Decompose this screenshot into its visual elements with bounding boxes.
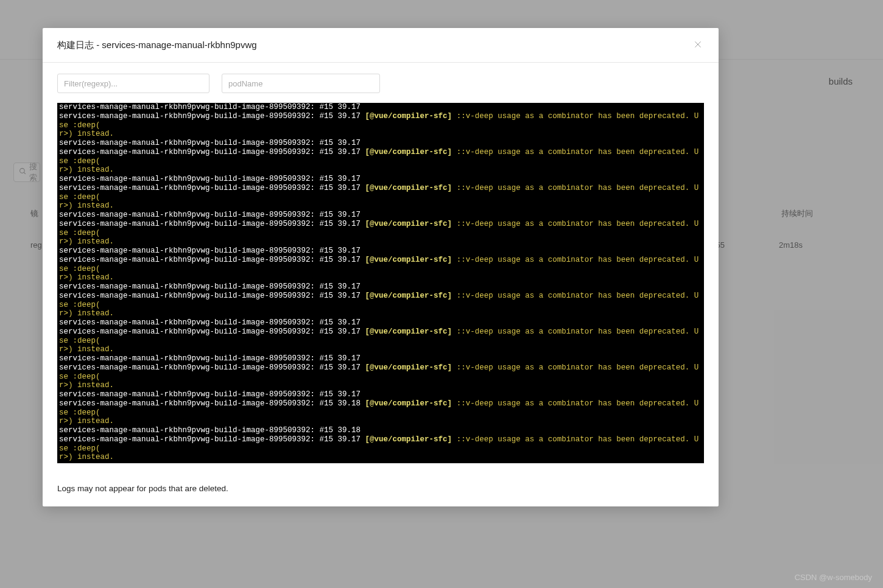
modal-header: 构建日志 - services-manage-manual-rkbhn9pvwg	[43, 28, 719, 63]
modal-body: services-manage-manual-rkbhn9pvwg-build-…	[43, 63, 719, 506]
build-log-modal: 构建日志 - services-manage-manual-rkbhn9pvwg…	[43, 28, 719, 506]
filter-row	[57, 74, 704, 93]
close-button[interactable]	[692, 39, 704, 51]
log-console[interactable]: services-manage-manual-rkbhn9pvwg-build-…	[57, 103, 704, 463]
watermark: CSDN @w-somebody	[795, 573, 872, 582]
filter-regexp-input[interactable]	[57, 74, 209, 93]
log-hint: Logs may not appear for pods that are de…	[57, 484, 704, 493]
modal-title: 构建日志 - services-manage-manual-rkbhn9pvwg	[57, 40, 257, 51]
close-icon	[694, 39, 702, 52]
filter-podname-input[interactable]	[222, 74, 380, 93]
